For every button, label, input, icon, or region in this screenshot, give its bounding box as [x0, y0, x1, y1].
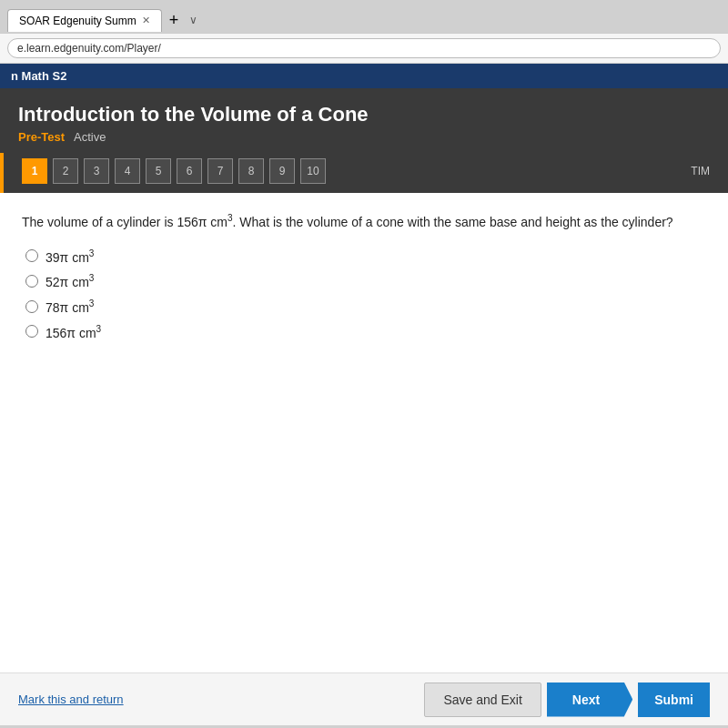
app-header: n Math S2 [0, 64, 728, 88]
question-number-6[interactable]: 6 [177, 158, 202, 184]
new-tab-button[interactable]: + [162, 7, 187, 34]
tab-chevron-icon[interactable]: ∨ [189, 14, 197, 26]
question-number-3[interactable]: 3 [84, 158, 109, 184]
lesson-title: Introduction to the Volume of a Cone [18, 103, 710, 126]
lesson-subtitle: Pre-Test Active [18, 130, 710, 144]
question-nav: 1 2 3 4 5 6 7 8 9 10 TIM [0, 153, 728, 193]
tab-title: SOAR Edgenuity Summ [19, 15, 136, 27]
answer-radio-3[interactable] [25, 300, 38, 313]
answer-label-1: 39π cm3 [46, 248, 94, 265]
question-number-5[interactable]: 5 [146, 158, 171, 184]
answer-label-4: 156π cm3 [46, 324, 101, 340]
timer-label: TIM [691, 165, 710, 177]
answer-radio-1[interactable] [25, 249, 38, 262]
address-input[interactable]: e.learn.edgenuity.com/Player/ [7, 38, 721, 58]
answer-option-4[interactable]: 156π cm3 [25, 324, 710, 340]
button-group: Save and Exit Next Submi [424, 682, 710, 717]
pre-test-label: Pre-Test [18, 130, 65, 144]
course-name: n Math S2 [11, 69, 66, 83]
question-number-8[interactable]: 8 [238, 158, 264, 184]
bottom-bar: Mark this and return Save and Exit Next … [0, 672, 728, 725]
pi-1: π [60, 249, 69, 264]
answer-label-2: 52π cm3 [46, 273, 94, 289]
lesson-header: Introduction to the Volume of a Cone Pre… [0, 88, 728, 153]
question-number-1[interactable]: 1 [22, 158, 47, 184]
question-number-9[interactable]: 9 [269, 158, 295, 184]
question-text: The volume of a cylinder is 156π cm3. Wh… [22, 211, 710, 232]
answer-radio-2[interactable] [25, 275, 38, 288]
close-icon[interactable]: ✕ [142, 15, 150, 26]
answer-options: 39π cm3 52π cm3 78π cm3 156π cm3 [25, 248, 710, 340]
question-number-2[interactable]: 2 [53, 158, 78, 184]
active-label: Active [74, 130, 106, 144]
question-number-4[interactable]: 4 [115, 158, 140, 184]
address-bar: e.learn.edgenuity.com/Player/ [0, 33, 728, 64]
answer-radio-4[interactable] [25, 325, 38, 338]
submit-button[interactable]: Submi [638, 682, 710, 717]
answer-option-2[interactable]: 52π cm3 [25, 273, 710, 289]
question-number-7[interactable]: 7 [207, 158, 233, 184]
pi-symbol: π [198, 215, 207, 229]
content-area: Introduction to the Volume of a Cone Pre… [0, 88, 728, 725]
next-button[interactable]: Next [547, 682, 632, 717]
answer-option-3[interactable]: 78π cm3 [25, 298, 710, 315]
answer-label-3: 78π cm3 [46, 298, 94, 315]
question-content: The volume of a cylinder is 156π cm3. Wh… [0, 193, 728, 672]
pi-4: π [66, 325, 76, 339]
answer-option-1[interactable]: 39π cm3 [25, 248, 710, 265]
question-number-10[interactable]: 10 [300, 158, 326, 184]
active-tab[interactable]: SOAR Edgenuity Summ ✕ [7, 9, 162, 32]
browser-chrome: SOAR Edgenuity Summ ✕ + ∨ e.learn.edgenu… [0, 0, 728, 64]
save-exit-button[interactable]: Save and Exit [424, 682, 541, 717]
pi-2: π [60, 275, 69, 289]
tab-bar: SOAR Edgenuity Summ ✕ + ∨ [0, 0, 728, 33]
pi-3: π [60, 300, 69, 315]
mark-return-link[interactable]: Mark this and return [18, 693, 124, 706]
